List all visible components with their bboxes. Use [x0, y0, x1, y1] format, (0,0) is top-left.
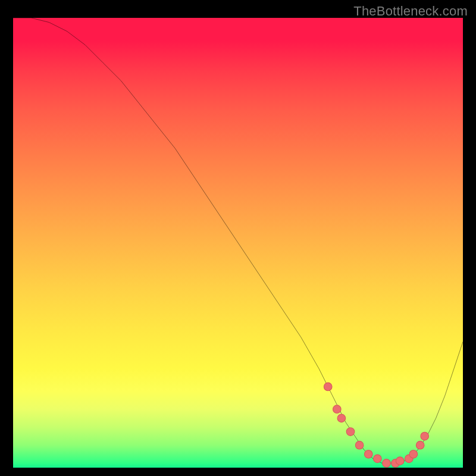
highlight-dot — [421, 432, 429, 440]
chart-frame: TheBottleneck.com — [0, 0, 476, 476]
highlight-dot — [364, 450, 372, 459]
bottleneck-curve — [13, 18, 463, 463]
highlight-dot — [416, 441, 424, 449]
highlight-markers — [324, 383, 428, 467]
highlight-dot — [346, 428, 355, 436]
highlight-dot — [409, 450, 418, 459]
highlight-dot — [374, 455, 382, 463]
curve-svg — [13, 18, 463, 468]
highlight-dot — [355, 441, 364, 449]
watermark-text: TheBottleneck.com — [353, 4, 468, 19]
highlight-dot — [337, 414, 346, 422]
highlight-dot — [383, 459, 391, 468]
plot-area — [13, 18, 463, 468]
highlight-dot — [396, 457, 404, 465]
highlight-dot — [324, 383, 332, 391]
highlight-dot — [333, 405, 342, 414]
